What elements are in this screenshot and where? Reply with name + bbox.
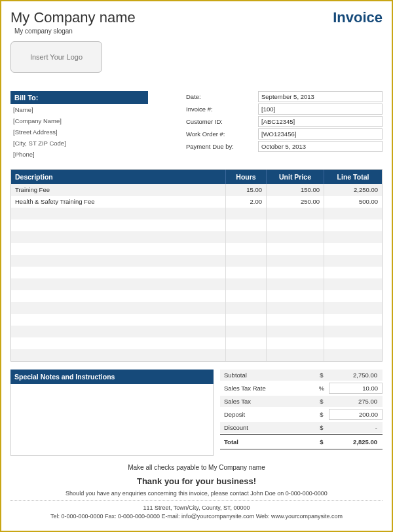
- cell-total: [324, 326, 382, 337]
- meta-invoice-value: [100]: [258, 104, 383, 115]
- company-name: My Company name: [10, 9, 136, 26]
- cell-hours: [226, 290, 267, 302]
- cell-total: [324, 255, 382, 267]
- company-slogan: My company slogan: [14, 28, 136, 35]
- col-unit-price: Unit Price: [267, 170, 324, 184]
- cell-description: [11, 314, 226, 326]
- billto-phone: [Phone]: [10, 149, 148, 160]
- cell-hours: 2.00: [226, 196, 267, 208]
- table-row: [11, 349, 382, 361]
- cell-hours: [226, 231, 267, 243]
- notes-block: Special Notes and Instructions: [10, 370, 214, 456]
- cell-hours: [226, 219, 267, 231]
- cell-total: 500.00: [324, 196, 382, 208]
- enquiries-text: Should you have any enquiries concerning…: [10, 490, 383, 497]
- table-row: [11, 219, 382, 231]
- cell-description: Training Fee: [11, 184, 226, 196]
- meta-invoice-label: Invoice #:: [186, 104, 258, 115]
- cell-description: [11, 349, 226, 361]
- cell-hours: [226, 208, 267, 219]
- cell-price: [267, 255, 324, 267]
- col-hours: Hours: [226, 170, 267, 184]
- cell-total: [324, 208, 382, 219]
- cell-description: Health & Safety Training Fee: [11, 196, 226, 208]
- cell-price: [267, 219, 324, 231]
- bill-to-block: Bill To: [Name] [Company Name] [Street A…: [10, 91, 148, 160]
- table-row: [11, 302, 382, 314]
- table-row: [11, 267, 382, 278]
- cell-price: [267, 208, 324, 219]
- bill-to-header: Bill To:: [10, 91, 148, 104]
- cell-hours: [226, 278, 267, 290]
- cell-total: [324, 267, 382, 278]
- taxrate-sym: %: [314, 385, 329, 392]
- header: My Company name My company slogan Invoic…: [10, 9, 383, 35]
- meta-date-label: Date:: [186, 91, 258, 102]
- invoice-title: Invoice: [333, 9, 383, 26]
- cell-total: [324, 302, 382, 314]
- cell-total: [324, 314, 382, 326]
- cell-price: [267, 337, 324, 349]
- cell-hours: [226, 337, 267, 349]
- cell-price: [267, 278, 324, 290]
- cell-total: [324, 278, 382, 290]
- taxrate-label: Sales Tax Rate: [220, 385, 314, 392]
- deposit-value: 200.00: [329, 409, 383, 420]
- cell-hours: [226, 314, 267, 326]
- billto-street: [Street Address]: [10, 126, 148, 138]
- payable-text: Make all checks payable to My Company na…: [10, 464, 383, 471]
- cell-price: [267, 290, 324, 302]
- taxrate-value: 10.00: [329, 383, 383, 394]
- meta-customer-value: [ABC12345]: [258, 116, 383, 127]
- cell-total: [324, 231, 382, 243]
- discount-label: Discount: [220, 424, 314, 431]
- table-row: [11, 290, 382, 302]
- notes-header: Special Notes and Instructions: [10, 370, 214, 384]
- subtotal-label: Subtotal: [220, 371, 314, 379]
- company-block: My Company name My company slogan: [10, 9, 136, 35]
- tax-sym: $: [314, 398, 329, 405]
- cell-total: [324, 290, 382, 302]
- cell-description: [11, 231, 226, 243]
- meta-date-value: September 5, 2013: [258, 91, 383, 102]
- cell-hours: 15.00: [226, 184, 267, 196]
- table-row: [11, 231, 382, 243]
- logo-placeholder[interactable]: Insert Your Logo: [10, 41, 102, 73]
- deposit-label: Deposit: [220, 411, 314, 418]
- meta-block: Date:September 5, 2013 Invoice #:[100] C…: [186, 91, 383, 160]
- cell-description: [11, 219, 226, 231]
- total-label: Total: [220, 438, 314, 446]
- meta-due-value: October 5, 2013: [258, 141, 383, 152]
- cell-total: [324, 243, 382, 255]
- table-row: [11, 208, 382, 219]
- cell-price: 150.00: [267, 184, 324, 196]
- table-row: [11, 243, 382, 255]
- cell-description: [11, 302, 226, 314]
- cell-description: [11, 255, 226, 267]
- cell-price: [267, 302, 324, 314]
- cell-price: [267, 349, 324, 361]
- col-line-total: Line Total: [324, 170, 382, 184]
- cell-hours: [226, 326, 267, 337]
- cell-total: [324, 219, 382, 231]
- col-description: Description: [11, 170, 226, 184]
- cell-hours: [226, 243, 267, 255]
- totals-block: Subtotal$2,750.00 Sales Tax Rate%10.00 S…: [220, 370, 383, 456]
- discount-sym: $: [314, 424, 329, 431]
- cell-description: [11, 278, 226, 290]
- billto-name: [Name]: [10, 104, 148, 115]
- cell-description: [11, 337, 226, 349]
- billto-city: [City, ST ZIP Code]: [10, 138, 148, 149]
- table-row: [11, 337, 382, 349]
- subtotal-value: 2,750.00: [329, 371, 383, 379]
- thank-you-text: Thank you for your business!: [10, 476, 383, 486]
- table-row: [11, 326, 382, 337]
- cell-price: [267, 267, 324, 278]
- table-row: [11, 278, 382, 290]
- cell-description: [11, 243, 226, 255]
- cell-hours: [226, 349, 267, 361]
- meta-due-label: Payment Due by:: [186, 141, 258, 152]
- cell-price: [267, 231, 324, 243]
- items-header: Description Hours Unit Price Line Total: [11, 170, 382, 184]
- cell-description: [11, 290, 226, 302]
